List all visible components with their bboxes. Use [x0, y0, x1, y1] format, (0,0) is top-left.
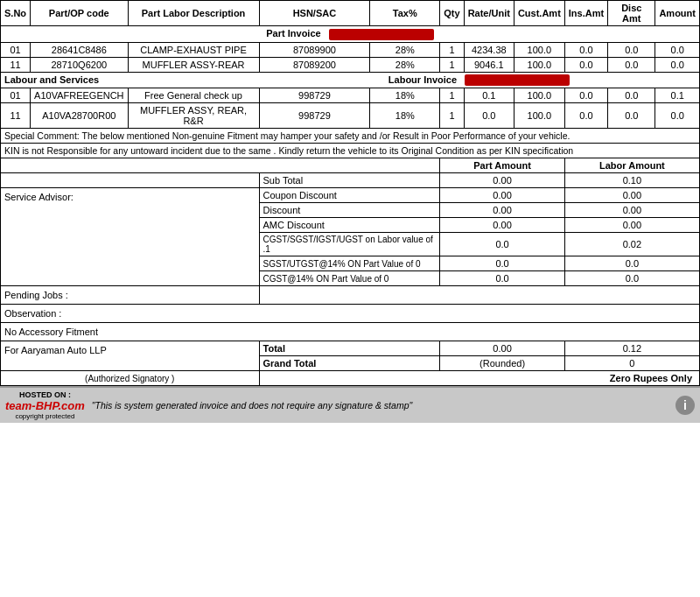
header-amount: Amount — [655, 1, 700, 26]
coupon-discount-row: Service Advisor: Coupon Discount 0.00 0.… — [1, 188, 700, 203]
zero-rupees-label: Zero Rupees Only — [259, 371, 699, 386]
part-row-2: 11 28710Q6200 MUFFLER ASSY-REAR 87089200… — [1, 57, 700, 72]
info-icon: i — [676, 396, 695, 415]
pending-jobs-empty — [259, 286, 699, 305]
site-name: team-BHP.com — [5, 399, 85, 412]
subtotal-part: 0.00 — [440, 173, 565, 188]
observation-row: Observation : — [1, 305, 700, 323]
labour-row-2-disc: 0.0 — [608, 103, 655, 129]
coupon-discount-label: Coupon Discount — [259, 188, 440, 203]
labour-row-1-disc: 0.0 — [608, 88, 655, 103]
part-row-2-sno: 11 — [1, 57, 31, 72]
pending-jobs-label: Pending Jobs : — [1, 286, 260, 305]
part-row-1-sno: 01 — [1, 42, 31, 57]
part-row-2-qty: 1 — [440, 57, 464, 72]
part-row-1-ins: 0.0 — [564, 42, 607, 57]
summary-part-amount-header: Part Amount — [440, 158, 565, 173]
summary-labor-amount-header: Labor Amount — [564, 158, 699, 173]
amc-discount-label: AMC Discount — [259, 218, 440, 233]
labour-row-1-rate: 0.1 — [464, 88, 514, 103]
sgst-utgst-labor: 0.0 — [564, 256, 699, 271]
amc-discount-part: 0.00 — [440, 218, 565, 233]
sgst-utgst-label: SGST/UTGST@14% ON Part Value of 0 — [259, 256, 440, 271]
labour-row-1-cust: 100.0 — [514, 88, 564, 103]
grand-total-value: 0 — [564, 356, 699, 371]
part-row-2-amount: 0.0 — [655, 57, 700, 72]
special-comment: Special Comment: The below mentioned Non… — [1, 129, 700, 144]
labour-row-2-desc: MUFFLER ASSY, REAR, R&R — [128, 103, 259, 129]
labour-row-2-ins: 0.0 — [564, 103, 607, 129]
observation-label: Observation : — [1, 305, 700, 323]
summary-empty-left — [1, 158, 440, 173]
part-invoice-title-row: Part Invoice — [1, 26, 700, 43]
part-row-1-cust: 100.0 — [514, 42, 564, 57]
labour-row-2-hsn: 998729 — [259, 103, 370, 129]
labour-row-1-ins: 0.0 — [564, 88, 607, 103]
header-part-op-code: Part/OP code — [31, 1, 129, 26]
header-cust-amt: Cust.Amt — [514, 1, 564, 26]
part-row-2-desc: MUFFLER ASSY-REAR — [128, 57, 259, 72]
total-row: For Aaryaman Auto LLP Total 0.00 0.12 — [1, 341, 700, 356]
cgst14-label: CGST@14% ON Part Value of 0 — [259, 271, 440, 286]
labour-row-1-desc: Free General check up — [128, 88, 259, 103]
labour-row-1-hsn: 998729 — [259, 88, 370, 103]
labour-row-1-qty: 1 — [440, 88, 464, 103]
labour-section-label: Labour and Services — [1, 72, 260, 88]
no-accessory-label: No Accessory Fitment — [1, 323, 700, 341]
copyright-label: copyright protected — [15, 412, 74, 420]
subtotal-label: Sub Total — [259, 173, 440, 188]
cgst-sgst-label: CGST/SGST/IGST/UGST on Labor value of .1 — [259, 233, 440, 256]
part-row-2-hsn: 87089200 — [259, 57, 370, 72]
part-row-1-qty: 1 — [440, 42, 464, 57]
subtotal-labor: 0.10 — [564, 173, 699, 188]
total-part: 0.00 — [440, 341, 565, 356]
header-hsn-sac: HSN/SAC — [259, 1, 370, 26]
grand-total-label: Grand Total — [259, 356, 440, 371]
amc-discount-labor: 0.00 — [564, 218, 699, 233]
part-row-2-cust: 100.0 — [514, 57, 564, 72]
part-row-1-code: 28641C8486 — [31, 42, 129, 57]
total-label: Total — [259, 341, 440, 356]
part-row-2-code: 28710Q6200 — [31, 57, 129, 72]
labour-row-1-tax: 18% — [370, 88, 440, 103]
discount-label: Discount — [259, 203, 440, 218]
labour-row-2-tax: 18% — [370, 103, 440, 129]
labour-row-2-sno: 11 — [1, 103, 31, 129]
part-row-2-disc: 0.0 — [608, 57, 655, 72]
header-disc-amt: Disc Amt — [608, 1, 655, 26]
part-row-1-rate: 4234.38 — [464, 42, 514, 57]
header-rate-unit: Rate/Unit — [464, 1, 514, 26]
part-row-1-amount: 0.0 — [655, 42, 700, 57]
header-sno: S.No — [1, 1, 31, 26]
auth-signatory-label: (Authorized Signatory ) — [1, 371, 260, 386]
footer-bar: HOSTED ON : team-BHP.com copyright prote… — [0, 386, 700, 423]
table-header-row: S.No Part/OP code Part Labor Description… — [1, 1, 700, 26]
coupon-discount-part: 0.00 — [440, 188, 565, 203]
no-accessory-row: No Accessory Fitment — [1, 323, 700, 341]
summary-header-row: Part Amount Labor Amount — [1, 158, 700, 173]
part-row-2-ins: 0.0 — [564, 57, 607, 72]
cgst-sgst-part: 0.0 — [440, 233, 565, 256]
pending-jobs-row: Pending Jobs : — [1, 286, 700, 305]
part-row-1-desc: CLAMP-EXHAUST PIPE — [128, 42, 259, 57]
labour-row-2-code: A10VA28700R00 — [31, 103, 129, 129]
special-comment-row: Special Comment: The below mentioned Non… — [1, 129, 700, 144]
labour-row-2: 11 A10VA28700R00 MUFFLER ASSY, REAR, R&R… — [1, 103, 700, 129]
cgst14-part: 0.0 — [440, 271, 565, 286]
cgst-sgst-labor: 0.02 — [564, 233, 699, 256]
labour-row-2-qty: 1 — [440, 103, 464, 129]
part-row-2-rate: 9046.1 — [464, 57, 514, 72]
cgst14-labor: 0.0 — [564, 271, 699, 286]
disclaimer-text: "This is system generated invoice and do… — [92, 400, 412, 411]
main-invoice-table: S.No Part/OP code Part Labor Description… — [0, 0, 700, 386]
part-invoice-title: Part Invoice — [1, 26, 700, 43]
coupon-discount-labor: 0.00 — [564, 188, 699, 203]
grand-total-rounded: (Rounded) — [440, 356, 565, 371]
discount-labor: 0.00 — [564, 203, 699, 218]
labour-row-1-sno: 01 — [1, 88, 31, 103]
header-ins-amt: Ins.Amt — [564, 1, 607, 26]
labour-row-1-code: A10VAFREEGENCH — [31, 88, 129, 103]
discount-part: 0.00 — [440, 203, 565, 218]
part-row-1-disc: 0.0 — [608, 42, 655, 57]
header-qty: Qty — [440, 1, 464, 26]
